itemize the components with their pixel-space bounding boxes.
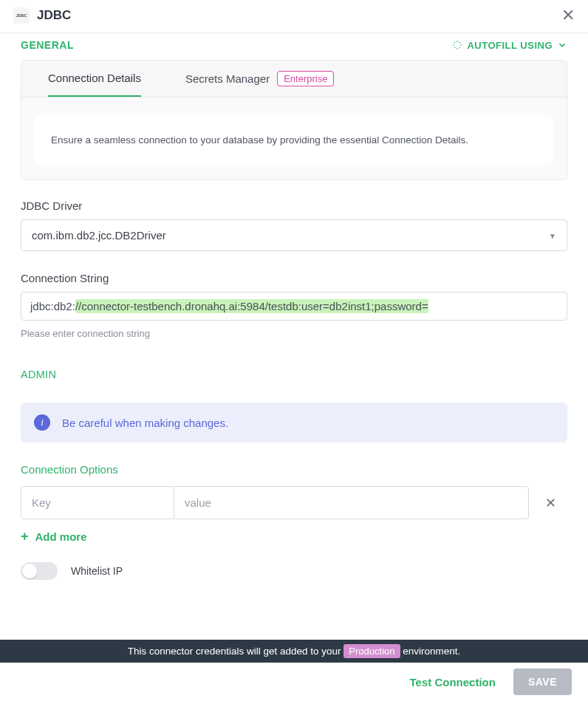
close-icon[interactable]: ✕ (561, 7, 575, 24)
tabs: Connection Details Secrets Manager Enter… (21, 61, 567, 98)
autofill-label: AUTOFILL USING (467, 40, 553, 51)
info-icon: i (34, 414, 50, 431)
admin-alert: i Be careful when making changes. (21, 403, 567, 442)
tab-connection-details[interactable]: Connection Details (48, 71, 141, 97)
remove-option-icon[interactable]: ✕ (545, 495, 556, 511)
connection-string-note: Please enter connection string (21, 328, 567, 339)
env-bar-suffix: environment. (400, 646, 461, 657)
whitelist-ip-label: Whitelist IP (71, 565, 123, 577)
admin-label: ADMIN (21, 369, 567, 380)
autofill-using-button[interactable]: AUTOFILL USING (452, 40, 567, 51)
admin-alert-text: Be careful when making changes. (62, 417, 228, 429)
connection-string-label: Connection String (21, 272, 567, 284)
connstr-highlight: //connector-testbench.dronahq.ai:5984/te… (75, 299, 428, 313)
test-connection-button[interactable]: Test Connection (410, 676, 496, 688)
chevron-down-icon: ▼ (549, 231, 556, 239)
header-left: JDBC JDBC (13, 7, 71, 24)
whitelist-ip-row: Whitelist IP (21, 562, 567, 580)
connection-hint: Ensure a seamless connection to your dat… (35, 115, 553, 165)
toggle-knob (22, 564, 37, 578)
enterprise-badge: Enterprise (277, 71, 334, 86)
tab-connection-details-label: Connection Details (48, 72, 141, 84)
jdbc-driver-select[interactable]: com.ibm.db2.jcc.DB2Driver ▼ (21, 219, 567, 251)
env-bar-prefix: This connector credentials will get adde… (128, 646, 344, 657)
whitelist-ip-toggle[interactable] (21, 562, 58, 580)
dialog-footer: Test Connection SAVE (0, 663, 588, 701)
connection-card: Connection Details Secrets Manager Enter… (21, 60, 567, 180)
jdbc-driver-label: JDBC Driver (21, 199, 567, 212)
dialog-title: JDBC (37, 8, 71, 23)
connection-string-input[interactable]: jdbc:db2://connector-testbench.dronahq.a… (21, 292, 567, 321)
connector-logo: JDBC (13, 7, 30, 24)
production-badge: Production (343, 644, 400, 658)
general-section-header: GENERAL AUTOFILL USING (21, 39, 567, 51)
jdbc-driver-value: com.ibm.db2.jcc.DB2Driver (32, 229, 166, 242)
chevron-down-icon (557, 40, 567, 50)
wand-icon (452, 40, 462, 50)
tab-secrets-manager[interactable]: Secrets Manager Enterprise (185, 71, 334, 97)
general-label: GENERAL (21, 39, 74, 51)
logo-text: JDBC (16, 13, 27, 18)
connection-option-value-input[interactable] (174, 486, 529, 519)
connection-option-row: ✕ (21, 486, 567, 519)
connstr-prefix: jdbc:db2: (30, 300, 75, 312)
add-more-button[interactable]: + Add more (21, 530, 567, 543)
tab-secrets-manager-label: Secrets Manager (185, 72, 270, 85)
add-more-label: Add more (35, 530, 87, 543)
plus-icon: + (21, 530, 29, 543)
save-button[interactable]: SAVE (513, 668, 572, 695)
environment-bar: This connector credentials will get adde… (0, 640, 588, 663)
connection-option-key-input[interactable] (21, 486, 174, 519)
dialog-header: JDBC JDBC ✕ (0, 0, 588, 33)
connection-options-label: Connection Options (21, 463, 567, 476)
